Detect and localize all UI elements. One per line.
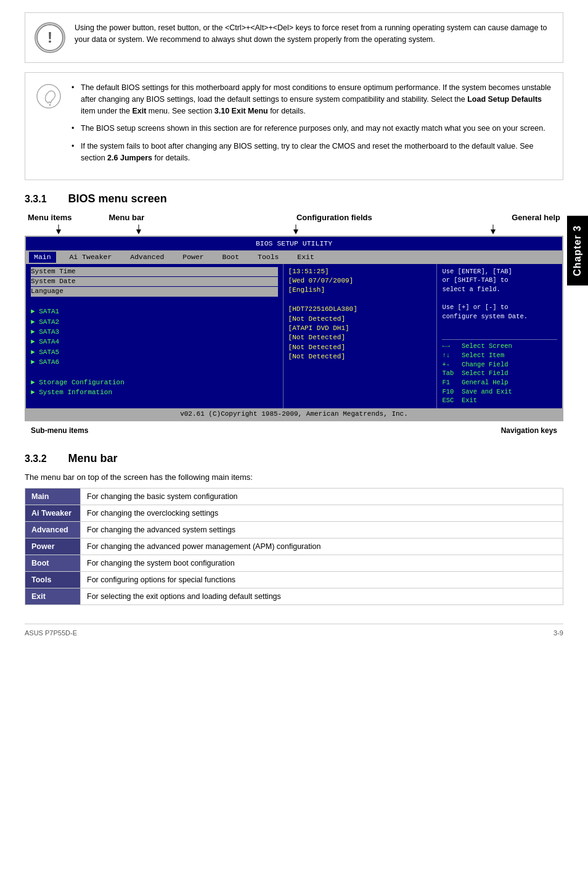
bios-item-sata5: ► SATA5 [31, 348, 278, 357]
bios-menu-tools[interactable]: Tools [244, 252, 284, 263]
bios-title-bar: BIOS SETUP UTILITY [26, 237, 562, 250]
bios-nav-esc: ESC Exit [442, 396, 557, 405]
bios-content-area: System Time System Date Language ► SATA1… [26, 264, 562, 408]
menu-name-tools: Tools [25, 572, 81, 588]
menu-desc-aitweaker: For changing the overclocking settings [81, 505, 563, 522]
section-331-header: 3.3.1 BIOS menu screen [25, 192, 563, 205]
bios-item-spacer1 [31, 297, 278, 307]
note-box: The default BIOS settings for this mothe… [25, 72, 563, 180]
table-row: Tools For configuring options for specia… [25, 572, 563, 588]
note-item-1: The default BIOS settings for this mothe… [71, 82, 553, 117]
bios-left-panel: System Time System Date Language ► SATA1… [26, 264, 284, 408]
table-row: Boot For changing the system boot config… [25, 555, 563, 572]
section-332: 3.3.2 Menu bar The menu bar on top of th… [25, 452, 563, 605]
menu-desc-advanced: For changing the advanced system setting… [81, 522, 563, 538]
bios-item-sata4: ► SATA4 [31, 337, 278, 347]
bios-nav-tab: Tab Select Field [442, 369, 557, 378]
note-item-3: If the system fails to boot after changi… [71, 141, 553, 164]
bios-val-lang: [English] [288, 286, 432, 295]
warning-box: ! Using the power button, reset button, … [25, 12, 563, 63]
menu-name-advanced: Advanced [25, 522, 81, 538]
svg-text:!: ! [47, 29, 52, 46]
menu-name-aitweaker: Ai Tweaker [25, 505, 81, 522]
bios-footer: v02.61 (C)Copyright 1985-2009, American … [26, 408, 562, 420]
bios-help-line2: or [SHIFT-TAB] to [442, 276, 557, 285]
menu-desc-main: For changing the basic system configurat… [81, 489, 563, 505]
bios-help-spacer3 [442, 331, 557, 340]
warning-text: Using the power button, reset button, or… [75, 22, 553, 46]
bios-help-spacer [442, 294, 557, 303]
bios-item-spacer2 [31, 368, 278, 377]
bios-val-sata3: [ATAPI DVD DH1] [288, 324, 432, 333]
label-general-help: General help [512, 213, 560, 222]
bios-item-language: Language [31, 287, 278, 296]
bios-val-sata6: [Not Detected] [288, 352, 432, 361]
bios-val-time: [13:51:25] [288, 267, 432, 276]
bios-val-sata2: [Not Detected] [288, 315, 432, 324]
sublabel-right: Navigation keys [501, 426, 557, 435]
bios-help-line3: select a field. [442, 285, 557, 294]
bios-menu-boot[interactable]: Boot [209, 252, 244, 263]
bios-item-sata1: ► SATA1 [31, 307, 278, 316]
section-332-title: Menu bar [68, 452, 118, 465]
bios-nav-f10: F10 Save and Exit [442, 387, 557, 397]
bios-nav-block: ←→ Select Screen ↑↓ Select Item +- Chang… [442, 339, 557, 405]
svg-marker-5 [56, 229, 61, 234]
bios-help-line1: Use [ENTER], [TAB] [442, 267, 557, 276]
label-config-fields: Configuration fields [157, 213, 512, 222]
bios-nav-ud: ↑↓ Select Item [442, 351, 557, 360]
bios-val-sata5: [Not Detected] [288, 343, 432, 352]
svg-point-2 [37, 85, 60, 108]
note-icon [35, 82, 62, 110]
bios-menu-power[interactable]: Power [169, 252, 208, 263]
chapter-tab: Chapter 3 [567, 216, 588, 286]
bios-item-sata2: ► SATA2 [31, 318, 278, 327]
bios-help-panel: Use [ENTER], [TAB] or [SHIFT-TAB] to sel… [436, 264, 562, 408]
bios-menu-exit[interactable]: Exit [284, 252, 319, 263]
bios-item-systemtime: System Time [31, 267, 278, 276]
label-menu-bar: Menu bar [109, 213, 145, 222]
table-row: Ai Tweaker For changing the overclocking… [25, 505, 563, 522]
label-menu-items: Menu items [28, 213, 72, 222]
menu-name-main: Main [25, 489, 81, 505]
warning-icon: ! [35, 22, 65, 53]
bios-config-panel: [13:51:25] [Wed 07/07/2009] [English] [H… [284, 264, 437, 408]
bios-item-sata3: ► SATA3 [31, 328, 278, 337]
bios-item-systemdate: System Date [31, 277, 278, 286]
bios-menu-aitweaker[interactable]: Ai Tweaker [56, 252, 117, 263]
section-332-intro: The menu bar on top of the screen has th… [25, 472, 563, 482]
sub-labels: Sub-menu items Navigation keys [25, 424, 563, 437]
svg-marker-9 [293, 229, 298, 234]
bios-val-sata4: [Not Detected] [288, 333, 432, 342]
bios-nav-lr: ←→ Select Screen [442, 342, 557, 351]
menu-name-boot: Boot [25, 555, 81, 572]
svg-point-3 [49, 104, 51, 105]
svg-marker-11 [491, 229, 496, 234]
menu-desc-exit: For selecting the exit options and loadi… [81, 588, 563, 605]
bios-menu-main[interactable]: Main [29, 252, 56, 263]
page-footer: ASUS P7P55D-E 3-9 [25, 624, 563, 637]
bios-item-sysinfo: ► System Information [31, 388, 278, 397]
table-row: Advanced For changing the advanced syste… [25, 522, 563, 538]
menu-desc-boot: For changing the system boot configurati… [81, 555, 563, 572]
table-row: Main For changing the basic system confi… [25, 489, 563, 505]
bios-val-sata1: [HDT722516DLA380] [288, 305, 432, 314]
table-row: Exit For selecting the exit options and … [25, 588, 563, 605]
bios-help-line5: configure system Date. [442, 312, 557, 321]
note-content: The default BIOS settings for this mothe… [71, 82, 553, 170]
bios-item-storage: ► Storage Configuration [31, 378, 278, 387]
bios-item-sata6: ► SATA6 [31, 358, 278, 367]
menu-name-power: Power [25, 538, 81, 555]
bios-val-date: [Wed 07/07/2009] [288, 276, 432, 286]
bios-help-line4: Use [+] or [-] to [442, 303, 557, 312]
menu-desc-power: For changing the advanced power manageme… [81, 538, 563, 555]
section-332-number: 3.3.2 [25, 453, 47, 464]
footer-page: 3-9 [553, 629, 563, 637]
menu-name-exit: Exit [25, 588, 81, 605]
section-331-number: 3.3.1 [25, 194, 47, 205]
table-row: Power For changing the advanced power ma… [25, 538, 563, 555]
bios-menu-bar: Main Ai Tweaker Advanced Power Boot Tool… [26, 250, 562, 264]
bios-diagram: Menu items Menu bar Configuration fields… [25, 213, 563, 437]
bios-menu-advanced[interactable]: Advanced [116, 252, 169, 263]
note-item-2: The BIOS setup screens shown in this sec… [71, 123, 553, 134]
